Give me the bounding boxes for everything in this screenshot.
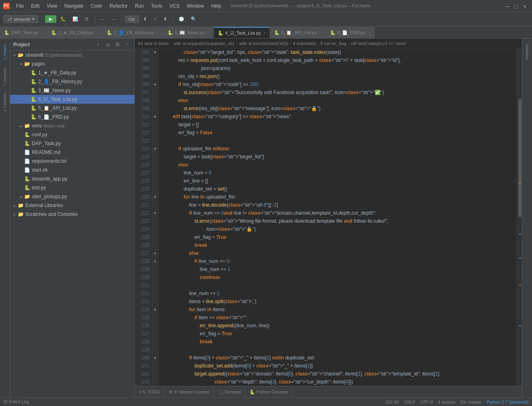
sidebar-item-6_📄_prd.py[interactable]: 🐍 6_📄_PRD.py [10,113,134,121]
fold-233[interactable] [153,297,159,306]
menu-code[interactable]: Code [87,2,105,10]
fold-208[interactable] [153,96,159,105]
sidebar-item-conf.py[interactable]: 🐍 conf.py [10,130,134,139]
back-button[interactable]: ← [98,16,107,23]
minimize-button[interactable]: ─ [505,3,511,9]
tab-4_☑_task_list.py[interactable]: 🐍4_☑_Task_List.py× [214,27,270,38]
sidebar-add-btn[interactable]: + [94,41,102,49]
breadcrumb-item-5[interactable]: elif task['category'] == 'news' [351,41,407,46]
git-push-button[interactable]: ⬆ [161,15,169,23]
scroll-gutter[interactable] [516,48,522,386]
sidebar-item-2_👤_fb_history.py[interactable]: 🐍 2_👤_FB_History.py [10,77,134,86]
fold-243[interactable] [153,378,159,386]
sidebar-item-venv[interactable]: ▸ 📁 venv library root [10,121,134,130]
sidebar-item-streamlit_app.py[interactable]: 🐍 streamlit_app.py [10,174,134,183]
fold-216[interactable] [153,161,159,169]
fold-205[interactable] [153,72,159,80]
code-line-216[interactable]: else: [162,161,516,169]
fold-232[interactable] [153,289,159,297]
fold-228[interactable]: ▼ [153,257,159,265]
menu-view[interactable]: View [43,2,60,10]
toolbar-branch[interactable]: ⎇ streamlit ▾ [3,15,38,23]
menu-navigate[interactable]: Navigate [61,2,87,10]
fold-210[interactable]: ▼ [153,113,159,121]
sidebar-item-1_★_fb_daily.py[interactable]: 🐍 1_★_FB_Daily.py [10,68,134,77]
git-update-button[interactable]: ⬇ [141,15,149,23]
fold-229[interactable] [153,265,159,273]
right-vtab-database[interactable]: Database [525,42,529,62]
fold-219[interactable] [153,185,159,193]
sidebar-item-start.sh[interactable]: 📄 start.sh [10,166,134,174]
tab-close-button[interactable]: × [40,31,43,35]
bottom-tab-⑨-9:-version-control[interactable]: ⑨ 9: Version Control [165,387,214,397]
fold-202[interactable]: ▼ [153,48,159,56]
code-line-217[interactable]: line_num = 0 [162,169,516,177]
breadcrumb-item-0[interactable]: for task in tasks [138,41,169,46]
fold-238[interactable] [153,338,159,346]
code-line-214[interactable]: if uploaded_file is None: [162,145,516,153]
code-line-206[interactable]: if res_obj[class="str">"code"] == 200: [162,80,516,88]
maximize-button[interactable]: □ [514,3,520,9]
tab-3_📰_news.py[interactable]: 🐍3_📰_News.py× [163,27,214,38]
left-vtab-project[interactable]: 1: Project [1,40,9,64]
close-button[interactable]: × [523,3,529,9]
code-line-203[interactable]: res = requests.put(conf.task_web_host + … [162,56,516,64]
bottom-tab-≡-6:-todo[interactable]: ≡ 6: TODO [135,387,165,397]
code-line-212[interactable]: err_flag = False [162,129,516,137]
tab-5_📋_api_list.py[interactable]: 🐍5_📋_API_List.py× [270,27,326,38]
sidebar-hide-btn[interactable]: − [123,41,131,49]
tab-1_★_fb_daily.py[interactable]: 🐍1_★_FB_Daily.py× [47,27,103,38]
code-line-236[interactable]: err_line.append((line_num, line)) [162,322,516,330]
code-line-231[interactable] [162,281,516,289]
code-line-202[interactable]: class="str">"target_list": hps, class="s… [162,48,516,56]
debug-button[interactable]: 🐛 [58,15,68,23]
fold-227[interactable]: ▼ [153,249,159,257]
fold-235[interactable] [153,314,159,322]
fold-203[interactable] [153,56,159,64]
sidebar-item-external-libraries[interactable]: ▸ 📁 External Libraries [10,201,134,210]
code-line-239[interactable] [162,346,516,354]
status-indent[interactable]: 4 spaces [438,400,456,404]
menu-run[interactable]: Run [132,2,147,10]
code-line-227[interactable]: else: [162,249,516,257]
code-line-232[interactable]: line_num += 1 [162,289,516,297]
code-line-224[interactable]: icon=class="str">"🔒") [162,225,516,233]
code-line-230[interactable]: continue [162,273,516,281]
code-line-240[interactable]: if items[0] + class="str">"_" + items[1]… [162,354,516,362]
code-line-242[interactable]: target.append({class="str">"domain": ite… [162,370,516,378]
code-line-228[interactable]: if line_num == 0: [162,257,516,265]
menu-window[interactable]: Window [184,2,207,10]
code-line-221[interactable]: line = line.decode(class="str">"utf-8")[… [162,201,516,209]
fold-237[interactable] [153,330,159,338]
code-line-205[interactable]: res_obj = res.json() [162,72,516,80]
code-line-218[interactable]: err_line = [] [162,177,516,185]
status-event-log[interactable]: ⑪ Event Log [3,399,29,405]
left-vtab-favorites[interactable]: 2: Favorites [1,90,9,114]
forward-button[interactable]: → [109,16,118,23]
fold-218[interactable] [153,177,159,185]
code-line-238[interactable]: break [162,338,516,346]
left-vtab-structure[interactable]: 7: Structure [1,65,9,89]
bottom-tab-🐍-python-console[interactable]: 🐍 Python Console [245,387,292,397]
fold-241[interactable] [153,362,159,370]
code-line-233[interactable]: items = line.split(class="str">',') [162,297,516,306]
sidebar-item-pages[interactable]: ▾ 📂 pages [10,59,134,68]
tab-close-button[interactable]: × [368,31,370,35]
status-position[interactable]: 261:94 [386,400,399,404]
tab-close-button[interactable]: × [263,31,266,35]
tab-2_👤_fb_history.py[interactable]: 🐍2_👤_FB_History.py× [103,27,163,38]
tab-close-button[interactable]: × [319,31,322,35]
sidebar-item-test.py[interactable]: 🐍 test.py [10,183,134,192]
status-git[interactable]: Git: master [460,400,482,404]
code-line-222[interactable]: if line_num == 0 and line != class="str"… [162,209,516,217]
code-line-223[interactable]: st.error(class="str">"Wrong file format,… [162,217,516,225]
code-line-213[interactable] [162,137,516,145]
profile-button[interactable]: ⏱ [82,16,91,23]
fold-240[interactable]: ▼ [153,354,159,362]
status-encoding[interactable]: UTF-8 [420,400,433,404]
menu-refactor[interactable]: Refactor [106,2,131,10]
fold-234[interactable]: ▼ [153,306,159,314]
fold-242[interactable] [153,370,159,378]
tab-close-button[interactable]: × [157,31,159,35]
fold-209[interactable] [153,105,159,113]
